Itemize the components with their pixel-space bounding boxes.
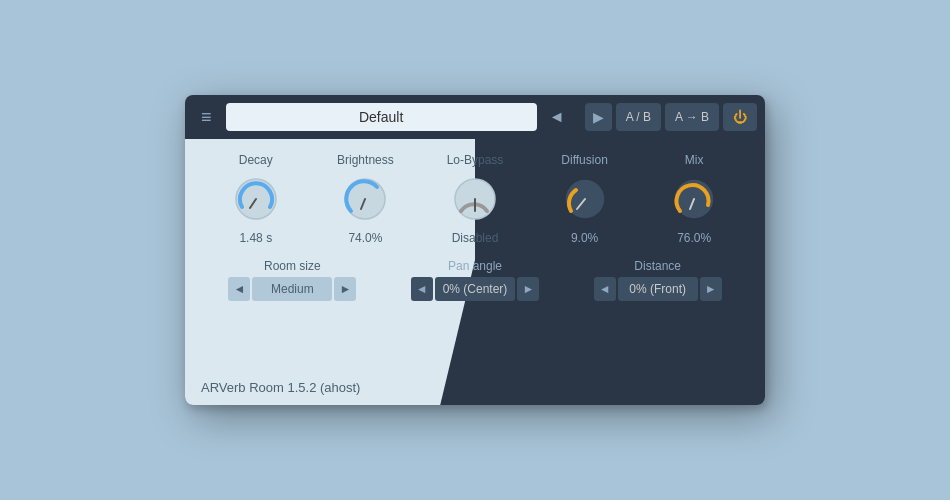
header: ≡ Default ◄ ▶ A / B A → B ⏻ — [185, 95, 765, 139]
mix-value: 76.0% — [677, 231, 711, 245]
brightness-label: Brightness — [337, 153, 394, 167]
footer-text: ARVerb Room 1.5.2 (ahost) — [201, 380, 360, 395]
lo-bypass-value: Disabled — [452, 231, 499, 245]
menu-button[interactable]: ≡ — [193, 104, 220, 130]
ab-button[interactable]: A / B — [616, 103, 661, 131]
decay-value: 1.48 s — [239, 231, 272, 245]
brightness-value: 74.0% — [348, 231, 382, 245]
knob-group-lo-bypass: Lo-Bypass Disabled — [420, 153, 530, 245]
pan-angle-next[interactable]: ► — [517, 277, 539, 301]
selectors-row: Room size ◄ Medium ► Pan angle ◄ 0% (Cen… — [201, 259, 749, 301]
power-button[interactable]: ⏻ — [723, 103, 757, 131]
room-size-value: Medium — [252, 277, 332, 301]
diffusion-knob[interactable] — [559, 173, 611, 225]
distance-control: ◄ 0% (Front) ► — [594, 277, 722, 301]
mix-label: Mix — [685, 153, 704, 167]
selector-group-pan-angle: Pan angle ◄ 0% (Center) ► — [384, 259, 567, 301]
decay-label: Decay — [239, 153, 273, 167]
pan-angle-prev[interactable]: ◄ — [411, 277, 433, 301]
knob-group-mix: Mix 76.0% — [639, 153, 749, 245]
lo-bypass-label: Lo-Bypass — [447, 153, 504, 167]
preset-display: Default — [226, 103, 537, 131]
distance-label: Distance — [634, 259, 681, 273]
selector-group-room-size: Room size ◄ Medium ► — [201, 259, 384, 301]
play-button[interactable]: ▶ — [585, 103, 612, 131]
brightness-knob[interactable] — [339, 173, 391, 225]
pan-angle-label: Pan angle — [448, 259, 502, 273]
plugin-body: Decay 1.48 s Brightness — [185, 139, 765, 405]
decay-knob[interactable] — [230, 173, 282, 225]
knob-group-decay: Decay 1.48 s — [201, 153, 311, 245]
distance-next[interactable]: ► — [700, 277, 722, 301]
pan-angle-control: ◄ 0% (Center) ► — [411, 277, 540, 301]
room-size-prev[interactable]: ◄ — [228, 277, 250, 301]
lo-bypass-knob[interactable] — [449, 173, 501, 225]
content-area: Decay 1.48 s Brightness — [185, 139, 765, 405]
distance-value: 0% (Front) — [618, 277, 698, 301]
atob-button[interactable]: A → B — [665, 103, 719, 131]
room-size-label: Room size — [264, 259, 321, 273]
footer: ARVerb Room 1.5.2 (ahost) — [185, 369, 765, 405]
diffusion-label: Diffusion — [561, 153, 607, 167]
distance-prev[interactable]: ◄ — [594, 277, 616, 301]
selector-group-distance: Distance ◄ 0% (Front) ► — [566, 259, 749, 301]
room-size-control: ◄ Medium ► — [228, 277, 356, 301]
knob-group-brightness: Brightness 74.0% — [311, 153, 421, 245]
header-controls: ▶ A / B A → B ⏻ — [585, 103, 757, 131]
knob-group-diffusion: Diffusion 9.0% — [530, 153, 640, 245]
preset-prev-button[interactable]: ◄ — [543, 104, 571, 130]
pan-angle-value: 0% (Center) — [435, 277, 516, 301]
plugin-window: ≡ Default ◄ ▶ A / B A → B ⏻ Decay — [185, 95, 765, 405]
diffusion-value: 9.0% — [571, 231, 598, 245]
room-size-next[interactable]: ► — [334, 277, 356, 301]
knobs-row: Decay 1.48 s Brightness — [201, 153, 749, 245]
mix-knob[interactable] — [668, 173, 720, 225]
